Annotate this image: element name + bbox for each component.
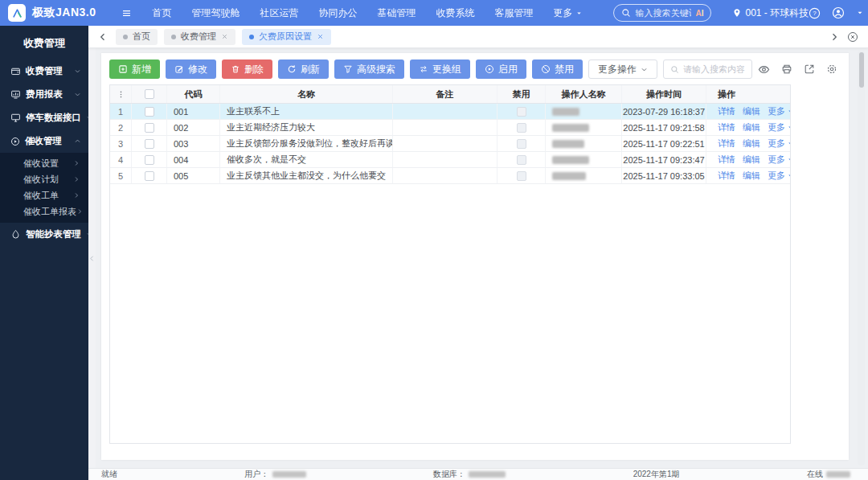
sidebar-collapse-handle[interactable] [88,48,96,468]
sidebar-subitem[interactable]: 催收计划 [0,171,88,187]
row-checkbox[interactable] [145,155,154,165]
topbar-menu-item[interactable]: 社区运营 [260,6,298,20]
more-actions-button[interactable]: 更多操作 [588,59,657,79]
sidebar-subitem[interactable]: 催收设置 [0,155,88,171]
button-label: 修改 [188,63,207,76]
tab-首页[interactable]: 首页 [116,29,158,45]
刷新-button[interactable]: 刷新 [278,59,329,79]
sidebar-item[interactable]: 催收管理 [0,129,88,153]
app-title: 极致JAN3.0 [32,6,96,20]
edit-link[interactable]: 编辑 [743,121,760,133]
sidebar-item[interactable]: 收费管理 [0,59,88,83]
more-link[interactable]: 更多 [768,137,791,150]
topbar-menu-more[interactable]: 更多 [553,6,583,20]
help-icon[interactable]: ? [809,7,821,19]
sidebar-item[interactable]: 智能抄表管理 [0,223,88,246]
sidebar-item[interactable]: 停车数据接口 [0,106,88,129]
detail-link[interactable]: 详情 [718,105,735,117]
table-row[interactable]: 5005业主反馈其他业主都没交，为什么他要交2025-11-17 09:33:0… [110,168,790,184]
more-actions-label: 更多操作 [598,63,637,76]
topbar-menu-item[interactable]: 收费系统 [436,6,474,20]
global-search[interactable]: AI [613,4,711,22]
table-row[interactable]: 1001业主联系不上2023-07-29 16:18:37详情编辑更多 [110,104,790,120]
detail-link[interactable]: 详情 [718,137,735,150]
edit-link[interactable]: 编辑 [743,105,760,117]
svg-text:?: ? [813,10,817,17]
cell-time: 2025-11-17 09:23:47 [622,152,706,167]
sidebar-subitem[interactable]: 催收工单报表 [0,203,88,219]
gear-icon[interactable] [826,64,837,76]
close-all-tabs-button[interactable] [847,31,858,43]
table-search[interactable] [663,59,752,79]
禁用-button[interactable]: 禁用 [532,59,583,79]
row-checkbox[interactable] [145,139,154,149]
修改-button[interactable]: 修改 [166,59,216,79]
edit-link[interactable]: 编辑 [743,137,760,150]
topbar-menu-item[interactable]: 协同办公 [318,6,357,20]
eye-icon[interactable] [758,64,770,76]
status-database: 数据库： [433,469,506,480]
more-link[interactable]: 更多 [768,121,791,133]
cell-check [132,168,167,183]
tab-close-icon[interactable] [221,33,228,40]
more-link[interactable]: 更多 [768,170,791,182]
printer-icon[interactable] [781,64,792,76]
topbar-menu-item[interactable]: 管理驾驶舱 [191,6,240,20]
table-row[interactable]: 3003业主反馈部分服务没做到位，整改好后再谈物业费2025-11-17 09:… [110,136,790,152]
tab-close-icon[interactable] [317,33,324,40]
更换组-button[interactable]: 更换组 [410,59,470,79]
column-settings-icon[interactable] [117,90,125,99]
detail-link[interactable]: 详情 [718,154,735,166]
tab-欠费原因设置[interactable]: 欠费原因设置 [242,29,331,45]
cell-action: 详情编辑更多 [706,152,791,167]
redacted-user-value [272,471,306,478]
ai-assistant-icon[interactable]: AI [695,9,703,18]
row-checkbox[interactable] [145,107,154,117]
高级搜索-button[interactable]: 高级搜索 [334,59,404,79]
more-link[interactable]: 更多 [768,105,791,117]
tabs-scroll-right-button[interactable] [829,32,839,42]
删除-button[interactable]: 删除 [222,59,272,79]
tabs-scroll-left-button[interactable] [98,32,108,42]
row-checkbox[interactable] [145,171,154,181]
edit-icon [174,64,184,74]
table-row[interactable]: 4004催收多次，就是不交2025-11-17 09:23:47详情编辑更多 [110,152,790,168]
启用-button[interactable]: 启用 [476,59,526,79]
table-row[interactable]: 2002业主近期经济压力较大2025-11-17 09:21:58详情编辑更多 [110,120,790,136]
more-link[interactable]: 更多 [768,154,791,166]
tab-收费管理[interactable]: 收费管理 [164,29,235,45]
recent-menus-icon[interactable] [121,8,132,18]
button-label: 删除 [244,63,264,76]
vertical-scrollbar[interactable] [858,51,865,466]
cell-action: 详情编辑更多 [706,136,791,151]
row-checkbox[interactable] [145,123,154,133]
table-header-row: 代码名称备注禁用操作人名称操作时间操作 [110,85,790,104]
sidebar-subitem-label: 催收计划 [23,174,73,186]
edit-link[interactable]: 编辑 [743,170,760,182]
select-all-checkbox[interactable] [145,89,154,99]
sidebar-subitem-label: 催收设置 [23,158,73,170]
sidebar-item[interactable]: 费用报表 [0,83,88,106]
user-avatar-icon[interactable] [832,6,845,19]
app-logo[interactable]: 极致JAN3.0 [8,4,96,22]
tab-dot-icon [123,35,128,39]
新增-button[interactable]: 新增 [109,59,160,79]
scrollbar-thumb[interactable] [859,52,864,88]
org-selector[interactable]: 001 - 环球科技 [732,6,809,20]
topbar-menu-item[interactable]: 首页 [152,6,171,20]
status-user: 用户： [245,469,306,480]
detail-link[interactable]: 详情 [718,170,735,182]
edit-link[interactable]: 编辑 [743,154,760,166]
cell-remark [393,168,497,183]
export-icon[interactable] [804,64,815,76]
user-menu-caret-icon[interactable] [856,9,864,17]
table-search-input[interactable] [683,64,745,74]
detail-link[interactable]: 详情 [718,121,735,133]
topbar-menu-item[interactable]: 客服管理 [494,6,533,20]
cell-name: 催收多次，就是不交 [220,152,393,167]
monitor-icon [10,113,21,123]
topbar-menu-item[interactable]: 基础管理 [377,6,416,20]
global-search-input[interactable] [635,8,691,18]
sidebar-subitem[interactable]: 催收工单 [0,187,88,203]
tab-dot-icon [171,35,176,39]
